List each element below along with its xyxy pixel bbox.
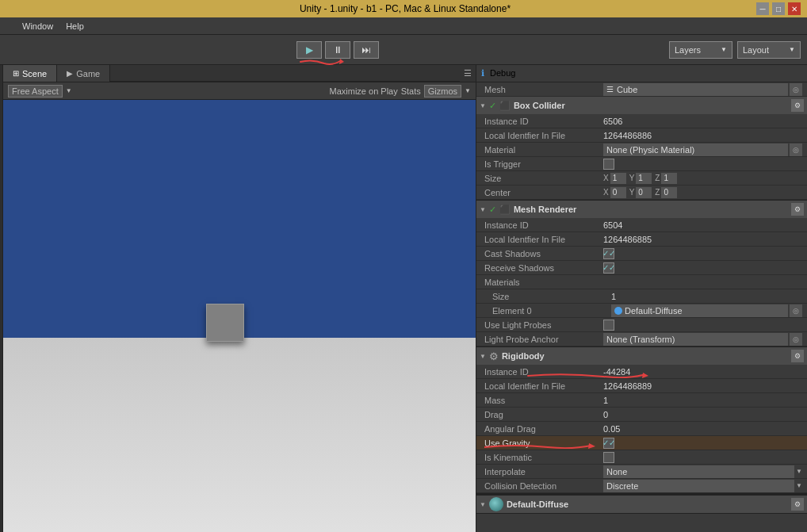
layers-dropdown-arrow: ▼ <box>721 46 727 53</box>
mr-light-probes-checkbox[interactable] <box>603 320 614 331</box>
play-button[interactable]: ▶ <box>296 41 322 59</box>
bc-material-select-btn[interactable]: ◎ <box>790 144 802 156</box>
free-aspect-label[interactable]: Free Aspect <box>8 85 63 98</box>
game-icon: ▶ <box>67 69 73 78</box>
minimize-button[interactable]: ─ <box>756 2 769 15</box>
bc-trigger-checkbox[interactable] <box>603 159 614 170</box>
rb-instance-id-value: -44284 <box>603 367 802 377</box>
bc-size-row: Size X1 Y1 Z1 <box>476 171 807 186</box>
mr-element0-label: Element 0 <box>492 306 611 316</box>
mr-receive-shadows-label: Receive Shadows <box>484 263 603 273</box>
mr-light-probes-row: Use Light Probes <box>476 318 807 332</box>
mr-instance-id-value: 6504 <box>603 220 802 230</box>
rb-instance-id-label: Instance ID <box>484 367 603 377</box>
rigidbody-collapse-icon: ▼ <box>480 353 486 360</box>
maximize-play-label[interactable]: Maximize on Play <box>330 86 398 96</box>
mr-receive-shadows-checkbox[interactable]: ✓ <box>603 262 614 274</box>
material-settings-btn[interactable]: ⚙ <box>791 498 804 511</box>
bc-trigger-label: Is Trigger <box>484 159 603 169</box>
mesh-renderer-check-icon: ✓ <box>489 205 496 215</box>
mesh-select-btn[interactable]: ◎ <box>790 83 802 96</box>
box-collider-title: Box Collider <box>514 101 788 110</box>
pause-button[interactable]: ⏸ <box>325 41 350 59</box>
bc-material-row: Material None (Physic Material) ◎ <box>476 143 807 157</box>
mr-element0-value: Default-Diffuse <box>611 304 788 317</box>
gizmos-label[interactable]: Gizmos <box>424 85 461 98</box>
mesh-value: ☰ Cube <box>603 83 788 96</box>
rb-collision-detection-value[interactable]: Discrete <box>603 480 794 492</box>
mr-instance-id-label: Instance ID <box>484 220 603 230</box>
box-collider-header[interactable]: ▼ ✓ ⬛ Box Collider ⚙ <box>476 97 807 114</box>
rigidbody-header[interactable]: ▼ ⚙ Rigidbody ⚙ <box>476 347 807 365</box>
rb-drag-value: 0 <box>603 410 802 419</box>
rb-use-gravity-label: Use Gravity <box>484 438 603 448</box>
layout-dropdown-arrow: ▼ <box>789 46 795 53</box>
rb-angular-drag-value: 0.05 <box>603 424 802 434</box>
mesh-renderer-title: Mesh Renderer <box>514 205 788 214</box>
info-icon: ℹ <box>481 68 484 78</box>
bc-size-label: Size <box>484 174 603 183</box>
material-header[interactable]: ▼ Default-Diffuse ⚙ <box>476 496 807 513</box>
rb-use-gravity-checkbox[interactable]: ✓ <box>603 438 614 449</box>
svg-marker-0 <box>339 59 344 64</box>
mesh-renderer-collapse-icon: ▼ <box>480 206 486 213</box>
bc-local-id-value: 1264486886 <box>603 131 802 140</box>
mr-size-label: Size <box>492 292 611 301</box>
mesh-renderer-icon: ⬛ <box>499 205 511 215</box>
bc-material-label: Material <box>484 145 603 155</box>
inspector-panel: ℹ Debug Mesh ☰ Cube ◎ ▼ ✓ ⬛ Box Co <box>476 65 807 532</box>
rb-interpolate-row: Interpolate None ▼ <box>476 465 807 479</box>
tab-scene[interactable]: ⊞ Scene <box>3 65 57 82</box>
menu-item-help[interactable]: Help <box>59 20 90 33</box>
main-layout: ⊞ Scene ▶ Game ☰ Free Aspect ▼ Maximize … <box>0 65 807 532</box>
bc-center-row: Center X0 Y0 Z0 <box>476 186 807 200</box>
box-collider-settings-btn[interactable]: ⚙ <box>791 99 804 112</box>
ground-plane <box>3 338 476 532</box>
mr-light-anchor-select-btn[interactable]: ◎ <box>790 333 802 346</box>
bc-trigger-row: Is Trigger <box>476 157 807 171</box>
box-collider-icon: ⬛ <box>499 101 511 111</box>
rb-is-kinematic-checkbox[interactable] <box>603 452 614 463</box>
mr-size-row: Size 1 <box>476 289 807 304</box>
maximize-button[interactable]: □ <box>772 2 785 15</box>
window-title: Unity - 1.unity - b1 - PC, Mac & Linux S… <box>54 3 756 14</box>
scene-icon: ⊞ <box>13 69 19 78</box>
bc-local-id-row: Local Identfier In File 1264486886 <box>476 128 807 143</box>
step-button[interactable]: ⏭ <box>354 41 379 59</box>
rb-angular-drag-row: Angular Drag 0.05 <box>476 422 807 436</box>
mesh-renderer-component: ▼ ✓ ⬛ Mesh Renderer ⚙ Instance ID 6504 L… <box>476 201 807 347</box>
box-collider-collapse-icon: ▼ <box>480 102 486 109</box>
stats-label[interactable]: Stats <box>401 86 421 96</box>
rigidbody-settings-btn[interactable]: ⚙ <box>791 350 804 362</box>
rb-collision-detection-arrow: ▼ <box>796 482 802 489</box>
material-collapse-icon: ▼ <box>480 501 486 508</box>
mesh-renderer-header[interactable]: ▼ ✓ ⬛ Mesh Renderer ⚙ <box>476 201 807 218</box>
inspector-scroll[interactable]: Mesh ☰ Cube ◎ ▼ ✓ ⬛ Box Collider ⚙ <box>476 82 807 532</box>
mr-element0-select-btn[interactable]: ◎ <box>790 304 802 317</box>
rb-collision-detection-label: Collision Detection <box>484 481 603 491</box>
mesh-icon: ☰ <box>606 85 614 94</box>
rb-collision-detection-row: Collision Detection Discrete ▼ <box>476 479 807 493</box>
rb-drag-row: Drag 0 <box>476 408 807 422</box>
rb-angular-drag-label: Angular Drag <box>484 424 603 434</box>
menu-item-empty[interactable] <box>3 25 16 28</box>
rb-interpolate-value[interactable]: None <box>603 465 794 478</box>
viewport-area: ⊞ Scene ▶ Game ☰ Free Aspect ▼ Maximize … <box>3 65 476 532</box>
layers-dropdown[interactable]: Layers ▼ <box>669 41 732 59</box>
rigidbody-component: ▼ ⚙ Rigidbody ⚙ Instance ID -44284 <box>476 347 807 494</box>
rigidbody-title: Rigidbody <box>502 351 788 361</box>
rb-instance-id-row: Instance ID -44284 <box>476 365 807 379</box>
close-button[interactable]: ✕ <box>788 2 801 15</box>
tab-game[interactable]: ▶ Game <box>57 65 110 82</box>
mesh-renderer-settings-btn[interactable]: ⚙ <box>791 203 804 216</box>
layout-dropdown[interactable]: Layout ▼ <box>737 41 801 59</box>
menu-item-window[interactable]: Window <box>16 20 59 33</box>
mr-materials-row: Materials <box>476 275 807 289</box>
title-bar: Unity - 1.unity - b1 - PC, Mac & Linux S… <box>0 0 807 17</box>
tab-more-button[interactable]: ☰ <box>460 65 476 82</box>
mesh-label: Mesh <box>484 85 603 94</box>
mr-element0-row: Element 0 Default-Diffuse ◎ <box>476 304 807 318</box>
bc-instance-id-row: Instance ID 6506 <box>476 114 807 128</box>
material-preview-icon <box>489 497 503 511</box>
mr-cast-shadows-checkbox[interactable]: ✓ <box>603 248 614 259</box>
